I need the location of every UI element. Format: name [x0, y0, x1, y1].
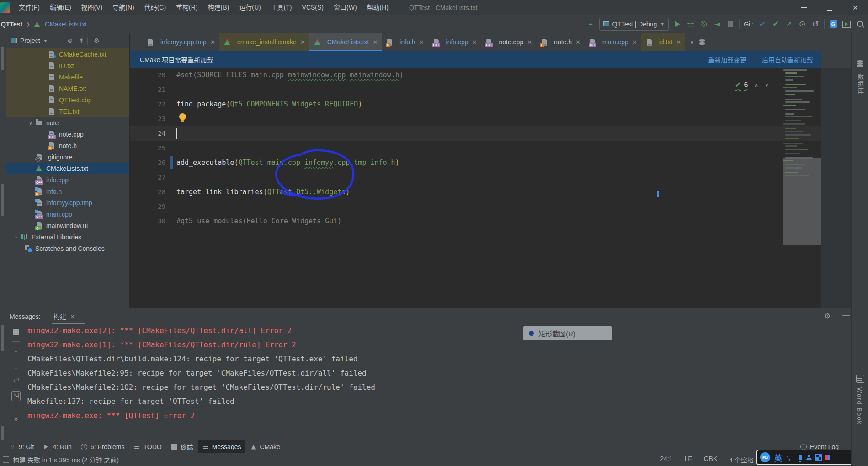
gear-icon[interactable]: ⚙	[94, 37, 100, 44]
chevron-right-icon[interactable]: ›	[11, 234, 21, 240]
code-line-23[interactable]: 23	[130, 111, 821, 126]
tree-item-info.cpp[interactable]: C++info.cpp	[6, 174, 129, 185]
down-arrow-icon[interactable]: ↓	[14, 362, 18, 370]
run-button[interactable]	[673, 20, 682, 29]
tree-item-.gitignore[interactable]: .gitignore	[6, 151, 129, 163]
close-icon[interactable]: ✕	[70, 313, 75, 320]
tree-item-Makefile[interactable]: Makefile	[6, 71, 129, 83]
history-icon[interactable]: ⊙	[798, 20, 807, 29]
code-line-26[interactable]: 26add_executable(QTTest main.cpp infomyy…	[130, 155, 821, 170]
tool-button-终端[interactable]: 终端	[166, 440, 198, 454]
ime-language-toggle[interactable]: 英	[774, 452, 782, 463]
debug-button[interactable]: ⚏	[686, 20, 695, 29]
menu-窗口[interactable]: 窗口(W)	[329, 0, 362, 15]
tree-item-ID.txt[interactable]: ID.txt	[6, 60, 129, 71]
more-options-icon[interactable]: »	[14, 415, 18, 423]
menu-文件[interactable]: 文件(F)	[14, 0, 45, 15]
run-anything-icon[interactable]	[842, 20, 851, 29]
database-icon[interactable]	[857, 60, 863, 68]
stop-icon[interactable]	[13, 329, 19, 335]
tree-item-mainwindow.ui[interactable]: Qtmainwindow.ui	[6, 220, 129, 231]
intention-bulb-icon[interactable]	[179, 113, 186, 120]
maximize-button[interactable]	[817, 0, 842, 15]
menu-帮助[interactable]: 帮助(H)	[362, 0, 394, 15]
minimize-button[interactable]	[791, 0, 817, 15]
tree-item-note.cpp[interactable]: C++note.cpp	[6, 128, 129, 140]
close-icon[interactable]: ✕	[300, 39, 305, 46]
tree-item-Scratches and Consoles[interactable]: Scratches and Consoles	[6, 243, 129, 254]
close-icon[interactable]: ✕	[210, 39, 215, 46]
tool-button-Run[interactable]: 4: Run	[38, 440, 76, 454]
line-ending[interactable]: LF	[684, 455, 692, 464]
inspections-widget[interactable]: ✔6 ∧ ∨	[735, 80, 769, 89]
code-line-25[interactable]: 25	[130, 141, 821, 155]
account-icon[interactable]	[806, 455, 812, 460]
caret-position[interactable]: 24:1	[660, 455, 672, 464]
tool-button-Problems[interactable]: !6: Problems	[76, 440, 129, 454]
left-tool-stripe[interactable]	[0, 33, 6, 466]
word-book-icon[interactable]	[856, 375, 864, 383]
tree-item-QTTest.cbp[interactable]: QTTest.cbp	[6, 94, 129, 106]
code-line-21[interactable]: 21	[130, 82, 821, 97]
code-line-27[interactable]: 27	[130, 170, 821, 185]
run-configuration-select[interactable]: QTTest | Debug ▼	[599, 18, 669, 31]
word-book-tool-button[interactable]: Word Book	[856, 387, 863, 425]
stop-button[interactable]	[726, 20, 735, 29]
code-line-22[interactable]: 22find_package(Qt5 COMPONENTS Widgets RE…	[130, 97, 821, 111]
menu-代码[interactable]: 代码(C)	[139, 0, 171, 15]
close-icon[interactable]: ✕	[527, 39, 532, 46]
profiler-button[interactable]: ⎋	[699, 20, 708, 29]
tree-item-infomyy.cpp.tmp[interactable]: infomyy.cpp.tmp	[6, 197, 129, 208]
hidden-tabs-chevron-icon[interactable]: ∨	[690, 39, 694, 46]
next-problem-icon[interactable]: ∨	[765, 82, 769, 88]
tree-item-note[interactable]: ∨note	[6, 117, 129, 128]
git-push-icon[interactable]: ↗	[784, 20, 793, 29]
locate-file-icon[interactable]: ⊕	[67, 37, 73, 44]
minimap-viewport[interactable]	[783, 158, 821, 245]
tab-infomyy.cpp.tmp[interactable]: infomyy.cpp.tmp✕	[143, 33, 219, 51]
tab-CMakeLists.txt[interactable]: CMakeLists.txt✕	[309, 33, 382, 51]
prev-problem-icon[interactable]: ∧	[754, 82, 758, 88]
ime-toolbar[interactable]: iFLY 英 ’，	[756, 450, 855, 465]
tab-id.txt[interactable]: id.txt✕	[641, 33, 685, 51]
code-line-29[interactable]: 29	[130, 199, 821, 214]
reload-changes-link[interactable]: 重新加载变更	[708, 55, 746, 64]
soft-wrap-icon[interactable]: ⏎	[13, 376, 19, 385]
close-button[interactable]: ✕	[842, 0, 868, 15]
close-icon[interactable]: ✕	[575, 39, 580, 46]
microphone-icon[interactable]	[799, 455, 802, 460]
code-line-20[interactable]: 20#set(SOURCE_FILES main.cpp mainwindow.…	[130, 68, 821, 82]
project-view-label[interactable]: Project	[20, 37, 40, 44]
gear-icon[interactable]: ⚙	[824, 312, 831, 320]
code-line-28[interactable]: 28target_link_libraries(QTTest Qt5::Widg…	[130, 185, 821, 199]
coverage-button[interactable]: ⇥	[713, 20, 722, 29]
chevron-down-icon[interactable]: ∨	[26, 120, 35, 126]
translate-icon[interactable]: G	[829, 20, 838, 29]
chevron-down-icon[interactable]: ▼	[43, 38, 48, 43]
code-minimap[interactable]	[783, 69, 821, 256]
menu-导航[interactable]: 导航(N)	[107, 0, 139, 15]
menu-工具[interactable]: 工具(T)	[266, 0, 297, 15]
tool-button-TODO[interactable]: TODO	[129, 440, 166, 454]
code-line-24[interactable]: 24	[130, 126, 821, 141]
tab-main.cpp[interactable]: C++main.cpp✕	[585, 33, 641, 51]
build-hammer-icon[interactable]: ⌁	[585, 18, 596, 29]
hide-panel-icon[interactable]: —	[842, 312, 850, 320]
menu-构建[interactable]: 构建(B)	[203, 0, 234, 15]
tree-item-info.h[interactable]: Hinfo.h	[6, 185, 129, 197]
git-update-icon[interactable]: ↙	[758, 20, 767, 29]
git-commit-icon[interactable]: ✔	[771, 20, 780, 29]
enable-auto-reload-link[interactable]: 启用自动重新加载	[762, 55, 813, 64]
rollback-icon[interactable]: ↺	[811, 20, 820, 29]
ime-logo-icon[interactable]: iFLY	[760, 452, 770, 462]
breadcrumb-project[interactable]: QTTest	[1, 21, 22, 28]
menu-运行[interactable]: 运行(U)	[234, 0, 266, 15]
menu-编辑[interactable]: 编辑(E)	[45, 0, 76, 15]
scroll-to-end-icon[interactable]: ⇲	[11, 391, 21, 401]
ime-grid-icon[interactable]	[816, 455, 821, 460]
tree-item-note.h[interactable]: Hnote.h	[6, 140, 129, 151]
tree-item-CMakeLists.txt[interactable]: CMakeLists.txt	[6, 163, 129, 174]
encoding[interactable]: GBK	[704, 455, 718, 464]
menu-VCS[interactable]: VCS(S)	[297, 0, 329, 15]
ime-punctuation-toggle[interactable]: ’，	[786, 453, 794, 462]
